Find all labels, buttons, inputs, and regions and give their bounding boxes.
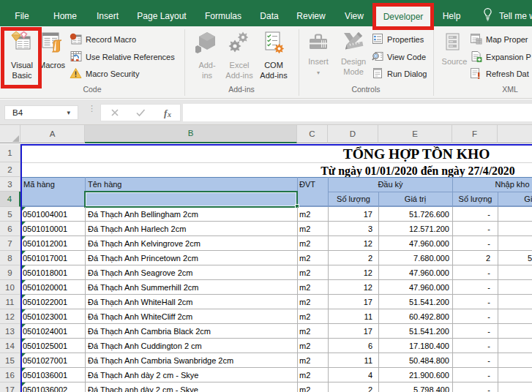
svg-text:x: x	[167, 110, 171, 118]
